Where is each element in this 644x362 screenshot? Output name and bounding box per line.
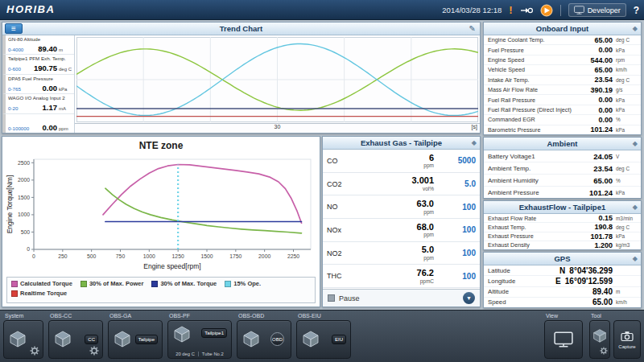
trend-plot-svg bbox=[76, 37, 478, 122]
skip-forward-icon[interactable] bbox=[520, 6, 533, 15]
system-tile[interactable] bbox=[3, 320, 43, 359]
measurement-unit: deg C bbox=[613, 37, 637, 43]
svg-text:250: 250 bbox=[58, 253, 68, 259]
measurement-value: 390.19 bbox=[590, 86, 613, 94]
channel-unit: ppm bbox=[57, 126, 72, 131]
channel-range: 0-600 bbox=[8, 66, 21, 72]
module-tile-obs-obd[interactable]: OBD bbox=[237, 320, 291, 359]
alert-icon[interactable]: ! bbox=[509, 4, 512, 16]
gps-row: Longitude E 16°09'12.599 bbox=[484, 276, 641, 286]
edit-icon[interactable]: ✎ bbox=[469, 23, 476, 35]
measurement-label: Engine Coolant Temp. bbox=[488, 36, 594, 43]
measurement-label: Commanded EGR bbox=[488, 116, 598, 123]
record-play-icon[interactable] bbox=[540, 4, 553, 17]
cube-icon bbox=[242, 330, 260, 348]
gps-label: Longitude bbox=[488, 278, 555, 285]
module-tile-obs-eiu[interactable]: EIU bbox=[296, 320, 351, 359]
trend-channel-list: GN-80 Altitude 0-4000 89.40 m Tailpipe1 … bbox=[2, 35, 75, 133]
module-tile-obs-ga[interactable]: Tailpipe bbox=[108, 320, 163, 359]
gps-value: 89.40 bbox=[592, 287, 613, 296]
measurement-label: Exhaust Density bbox=[488, 241, 594, 249]
cube-icon bbox=[592, 328, 607, 343]
cube-icon bbox=[54, 330, 72, 348]
measurement-unit: g/s bbox=[613, 87, 637, 93]
module-label: OBS-GA bbox=[109, 313, 131, 319]
gear-icon[interactable] bbox=[89, 346, 99, 356]
channel-range: 0-4000 bbox=[8, 47, 23, 52]
expand-icon[interactable]: ◆ bbox=[633, 138, 638, 150]
measurement-value: 190.8 bbox=[594, 223, 613, 231]
expand-icon[interactable]: ◆ bbox=[472, 137, 477, 149]
gear-icon[interactable] bbox=[600, 347, 608, 355]
nte-title: NTE zone bbox=[2, 140, 320, 151]
collapse-button[interactable]: ▼ bbox=[463, 292, 475, 304]
channel-value: 0.00 bbox=[43, 84, 58, 93]
obd-badge[interactable]: OBD bbox=[270, 332, 284, 346]
gas-name: NO bbox=[327, 203, 354, 211]
tool-tile[interactable] bbox=[589, 320, 610, 359]
measurement-label: Battery Voltage1 bbox=[488, 153, 593, 160]
developer-button[interactable]: Developer bbox=[568, 3, 626, 17]
legend-label: Calculated Torque bbox=[20, 280, 72, 287]
x-axis-unit: [s] bbox=[472, 124, 477, 130]
module-label: OBS-EIU bbox=[298, 313, 321, 319]
onboard-header: Onboard Input ◆ bbox=[484, 23, 641, 35]
measurement-row: Battery Voltage1 24.05 V bbox=[484, 150, 641, 162]
menu-button[interactable]: ≡ bbox=[5, 23, 23, 34]
trend-channel-row[interactable]: GN-80 Altitude 0-4000 89.40 m bbox=[2, 35, 74, 55]
module-label: OBS-PF bbox=[169, 313, 190, 319]
cube-icon bbox=[114, 330, 131, 348]
trend-channel-row[interactable]: DPA5 Fuel Pressure 0-765 0.00 kPa bbox=[2, 75, 74, 94]
svg-text:Engine speed[rpm]: Engine speed[rpm] bbox=[143, 262, 200, 270]
channel-unit: mA bbox=[57, 106, 72, 111]
gear-icon[interactable] bbox=[30, 346, 39, 356]
channel-name: Tailpipe1 PFM Exh. Temp. bbox=[8, 56, 72, 62]
trend-chart-body: GN-80 Altitude 0-4000 89.40 m Tailpipe1 … bbox=[2, 35, 480, 133]
legend-item: 30% of Max. Torque bbox=[151, 280, 217, 287]
module-tile-obs-cc[interactable]: CC bbox=[48, 320, 103, 359]
pause-row: Pause ▼ bbox=[323, 289, 480, 306]
view-tile[interactable] bbox=[544, 320, 583, 359]
monitor-icon bbox=[574, 6, 584, 14]
trend-channel-row[interactable]: WAGO I/O Analog Input 2 0-20 1.17 mA bbox=[2, 94, 74, 113]
exhaust-gas-title: Exhaust Gas - Tailpipe bbox=[361, 138, 442, 147]
svg-text:750: 750 bbox=[116, 253, 126, 259]
cube-icon bbox=[302, 330, 320, 348]
onboard-title: Onboard Input bbox=[536, 24, 588, 33]
gas-name: NOx bbox=[327, 226, 354, 234]
tailpipe1-badge[interactable]: Tailpipe1 bbox=[201, 328, 227, 338]
ambient-header: Ambient ◆ bbox=[484, 138, 641, 150]
svg-text:1000: 1000 bbox=[18, 212, 30, 217]
measurement-value: 101.24 bbox=[590, 125, 613, 134]
eiu-badge[interactable]: EIU bbox=[332, 335, 346, 344]
measurement-label: Vehicle Speed bbox=[488, 66, 594, 73]
module-tile-obs-pf[interactable]: Tailpipe1 20 deg C Tube No.2 bbox=[167, 320, 232, 359]
trend-channel-row[interactable]: 0-100000 0.00 ppm bbox=[2, 114, 74, 133]
exhaust-flow-header: ExhaustFlow - Tailpipe1 ◆ bbox=[484, 201, 641, 214]
measurement-row: Ambient Temp. 23.54 deg C bbox=[484, 162, 641, 175]
measurement-row: Vehicle Speed 65.00 km/h bbox=[484, 65, 641, 75]
expand-icon[interactable]: ◆ bbox=[633, 23, 638, 35]
expand-icon[interactable]: ◆ bbox=[633, 253, 638, 265]
cc-badge[interactable]: CC bbox=[85, 335, 98, 344]
measurement-label: Ambient Temp. bbox=[488, 165, 593, 172]
measurement-row: Exhaust Pressure 101.78 kPa bbox=[484, 232, 641, 241]
nte-zone-panel: NTE zone 0250500750100012501500175020002… bbox=[2, 136, 320, 307]
trend-channel-row[interactable]: Tailpipe1 PFM Exh. Temp. 0-600 190.75 de… bbox=[2, 55, 74, 74]
capture-button[interactable]: Capture bbox=[613, 320, 641, 359]
tailpipe-badge[interactable]: Tailpipe bbox=[135, 335, 158, 344]
channel-range: 0-100000 bbox=[8, 125, 29, 131]
pause-label[interactable]: Pause bbox=[339, 294, 360, 302]
measurement-label: Intake Air Temp. bbox=[488, 76, 594, 84]
help-icon[interactable]: ? bbox=[634, 5, 639, 16]
gas-row: NO 63.0 ppm 100 bbox=[323, 195, 480, 219]
measurement-value: 101.78 bbox=[590, 232, 613, 241]
measurement-value: 23.54 bbox=[594, 76, 613, 84]
legend-swatch bbox=[151, 281, 158, 287]
measurement-label: Barometric Pressure bbox=[488, 126, 590, 134]
measurement-value: 24.05 bbox=[593, 152, 613, 161]
pause-icon[interactable] bbox=[328, 294, 335, 302]
expand-icon[interactable]: ◆ bbox=[633, 201, 638, 213]
gps-rows: Latitude N 8°04'36.299 Longitude E 16°09… bbox=[484, 265, 641, 307]
gas-name: THC bbox=[327, 272, 354, 280]
